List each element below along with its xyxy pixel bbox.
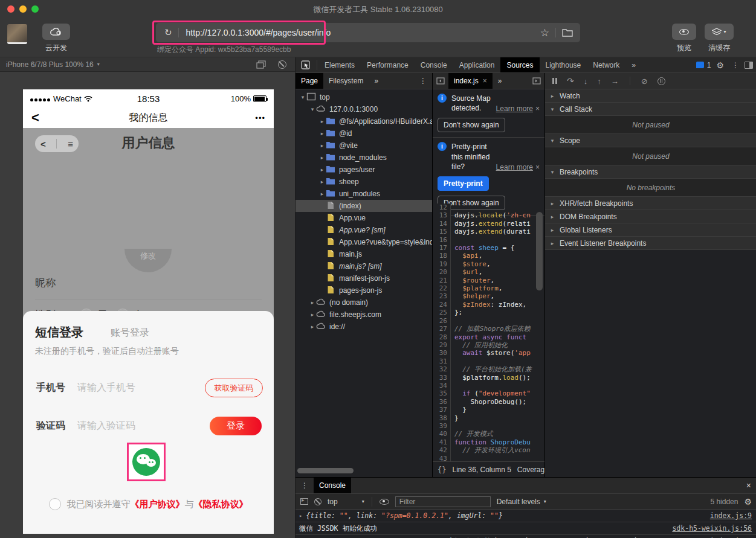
line-number[interactable]: 13	[433, 211, 451, 219]
live-expression-icon[interactable]	[380, 499, 389, 505]
gear-icon[interactable]: ⚙	[744, 497, 752, 507]
tree-item-main-js[interactable]: main.js	[296, 248, 432, 260]
login-button[interactable]: 登录	[210, 417, 262, 435]
devtools-tab-elements[interactable]: Elements	[318, 57, 361, 72]
url-text[interactable]: http://127.0.0.1:3000/#/pages/user/info	[186, 28, 331, 37]
tree-item-app-vue-sm-[interactable]: App.vue? [sm]	[296, 224, 432, 236]
tree-item-sheep[interactable]: ▸sheep	[296, 176, 432, 188]
debugger-section-dom-breakpoints[interactable]: ▸DOM Breakpoints	[545, 210, 756, 223]
reload-icon[interactable]: ↻	[164, 27, 172, 38]
issues-count[interactable]: 1	[707, 61, 711, 69]
debugger-section-xhr-fetch-breakpoints[interactable]: ▸XHR/fetch Breakpoints	[545, 197, 756, 210]
close-icon[interactable]: ×	[535, 163, 540, 171]
step-icon[interactable]: →	[611, 77, 619, 86]
code-line[interactable]: 21 $router,	[433, 277, 544, 284]
code-line[interactable]: 22 $platform,	[433, 284, 544, 292]
code-line[interactable]: 19 $store,	[433, 260, 544, 268]
source-location-link[interactable]: index.js:9	[710, 511, 752, 520]
line-number[interactable]: 16	[433, 236, 451, 244]
step-into-icon[interactable]: ↓	[584, 77, 588, 86]
kebab-menu-icon[interactable]: ⋮	[296, 478, 314, 493]
tree-item--vite[interactable]: ▸@vite	[296, 139, 432, 152]
line-number[interactable]: 34	[433, 382, 451, 389]
tab-console[interactable]: Console	[314, 478, 351, 493]
expander-icon[interactable]: ▸	[549, 200, 556, 207]
tab-account-login[interactable]: 账号登录	[111, 327, 149, 339]
phone-number-input[interactable]: 请输入手机号	[77, 382, 135, 394]
device-selector[interactable]: iPhone 6/7/8 Plus 100% 16	[6, 60, 94, 69]
line-number[interactable]: 12	[433, 203, 451, 211]
expander-icon[interactable]: ▸	[549, 214, 556, 220]
expander-icon[interactable]: ▸	[318, 179, 326, 185]
line-number[interactable]: 32	[433, 365, 451, 373]
show-debugger-icon[interactable]	[529, 73, 544, 89]
step-over-icon[interactable]: ↷	[567, 76, 574, 86]
tree-item-app-vue[interactable]: App.vue	[296, 212, 432, 224]
source-location-link[interactable]: sdk-h5-weixin.js:56	[672, 524, 752, 533]
code-line[interactable]: 12	[433, 203, 544, 211]
hide-navigator-icon[interactable]	[433, 73, 448, 89]
console-sidebar-icon[interactable]	[300, 498, 308, 505]
line-number[interactable]: 21	[433, 277, 451, 284]
get-code-button[interactable]: 获取验证码	[205, 379, 263, 397]
expander-icon[interactable]: ▸	[318, 130, 326, 136]
tree-item-top[interactable]: ▾top	[296, 91, 432, 103]
agreement-link[interactable]: 《用户协议》	[131, 499, 185, 509]
expander-icon[interactable]: ▾	[549, 138, 556, 144]
code-line[interactable]: 35 if ("development"	[433, 389, 544, 397]
preview-button[interactable]	[672, 24, 696, 40]
dock-side-icon[interactable]	[745, 62, 753, 69]
pretty-print-button[interactable]: Pretty-print	[438, 176, 489, 191]
close-icon[interactable]: ×	[741, 478, 756, 493]
address-bar[interactable]: ↻ http://127.0.0.1:3000/#/pages/user/inf…	[156, 23, 580, 42]
agreement-radio[interactable]	[49, 498, 61, 510]
tree-item--fs-applications-hbuilderx-ap[interactable]: ▸@fs/Applications/HBuilderX.ap	[296, 115, 432, 127]
code-line[interactable]: 31	[433, 357, 544, 365]
line-number[interactable]: 17	[433, 244, 451, 252]
vertical-scrollbar[interactable]	[536, 212, 543, 290]
code-line[interactable]: 13dayjs.locale('zh-cn	[433, 211, 544, 219]
code-line[interactable]: 23 $helper,	[433, 292, 544, 300]
line-number[interactable]: 37	[433, 406, 451, 414]
cloud-dev-button[interactable]	[42, 24, 70, 40]
tree-item-file-sheepjs-com[interactable]: ▸file.sheepjs.com	[296, 309, 432, 321]
tree-item--index-[interactable]: (index)	[296, 200, 432, 212]
close-icon[interactable]: ×	[483, 77, 487, 85]
line-number[interactable]: 25	[433, 309, 451, 316]
debugger-section-scope[interactable]: ▾Scope	[545, 134, 756, 147]
line-number[interactable]: 22	[433, 284, 451, 292]
debugger-section-breakpoints[interactable]: ▾Breakpoints	[545, 165, 756, 179]
code-line[interactable]: 25};	[433, 309, 544, 316]
expander-icon[interactable]: ▸	[309, 312, 316, 318]
multi-window-icon[interactable]	[256, 60, 266, 69]
tree-item-ide-[interactable]: ▸ide://	[296, 321, 432, 333]
line-number[interactable]: 36	[433, 398, 451, 406]
more-tabs-icon[interactable]: »	[369, 73, 384, 89]
console-log-row[interactable]: 微信 JSSDK 初始化成功sdk-h5-weixin.js:56	[296, 522, 756, 535]
console-log-row[interactable]: ▸{title: "", link: "?spm=0.1.0.2.1", img…	[296, 510, 756, 522]
console-log-row[interactable]: ▾Sun Dec 24 2023 18:51:37 GMT+0800 (中国标准…	[296, 535, 756, 538]
pause-on-exceptions-icon[interactable]	[657, 77, 665, 85]
expander-icon[interactable]: ▸	[318, 118, 326, 124]
code-line[interactable]: 41function ShoproDebu	[433, 438, 544, 446]
line-number[interactable]: 28	[433, 333, 451, 341]
code-line[interactable]: 39	[433, 422, 544, 430]
debugger-section-call-stack[interactable]: ▾Call Stack	[545, 103, 756, 116]
tree-item-node-modules[interactable]: ▸node_modules	[296, 152, 432, 164]
devtools-tab-lighthouse[interactable]: Lighthouse	[540, 57, 587, 72]
tree-item--no-domain-[interactable]: ▸(no domain)	[296, 296, 432, 309]
expander-icon[interactable]: ▸	[549, 240, 556, 246]
code-line[interactable]: 32 // 平台初始化加载(兼	[433, 365, 544, 373]
expander-icon[interactable]: ▸	[318, 191, 326, 197]
code-line[interactable]: 33 $platform.load();	[433, 374, 544, 382]
expander-icon[interactable]: ▸	[309, 324, 316, 330]
tree-item--id[interactable]: ▸@id	[296, 127, 432, 139]
tab-sms-login[interactable]: 短信登录	[35, 324, 83, 341]
code-line[interactable]: 28export async funct	[433, 333, 544, 341]
line-number[interactable]: 19	[433, 260, 451, 268]
console-filter-input[interactable]	[395, 496, 491, 507]
code-line[interactable]: 43	[433, 455, 544, 461]
expander-icon[interactable]: ▾	[549, 106, 556, 112]
line-number[interactable]: 15	[433, 228, 451, 235]
devtools-tab-sources[interactable]: Sources	[500, 57, 539, 72]
